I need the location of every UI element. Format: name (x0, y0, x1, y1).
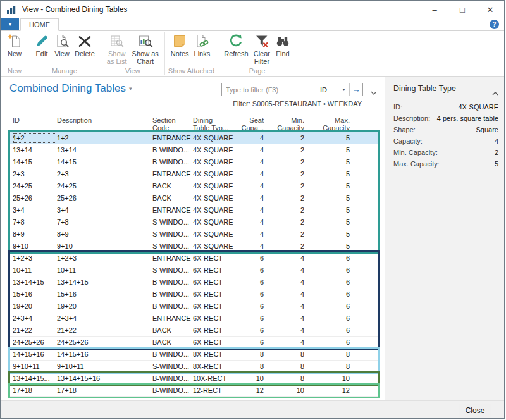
cell-seat[interactable]: 4 (237, 230, 264, 238)
cell-description[interactable]: 14+15 (57, 158, 152, 166)
cell-min[interactable]: 2 (264, 194, 304, 202)
table-row[interactable]: 24+2524+25BACK4X-SQUARE425 (8, 180, 380, 192)
cell-seat[interactable]: 6 (237, 278, 264, 286)
cell-type[interactable]: 4X-SQUARE (193, 206, 237, 214)
cell-type[interactable]: 10X-RECT (193, 374, 237, 382)
sort-ascending-icon[interactable]: ▲ (260, 118, 264, 125)
cell-min[interactable]: 2 (264, 242, 304, 250)
cell-seat[interactable]: 4 (237, 218, 264, 226)
cell-seat[interactable]: 6 (237, 254, 264, 262)
cell-seat[interactable]: 12 (237, 386, 264, 394)
cell-type[interactable]: 8X-RECT (193, 350, 237, 358)
cell-description[interactable]: 24+25 (57, 182, 152, 190)
cell-section[interactable]: S-WINDO... (152, 230, 193, 238)
cell-section[interactable]: S-WINDO... (152, 218, 193, 226)
cell-section[interactable]: ENTRANCE (152, 314, 193, 322)
filter-input[interactable] (222, 83, 316, 96)
help-icon[interactable]: ? (490, 20, 499, 29)
cell-seat[interactable]: 6 (237, 314, 264, 322)
cell-section[interactable]: BACK (152, 194, 193, 202)
cell-description[interactable]: 15+16 (57, 290, 152, 298)
show-as-chart-button[interactable]: Show as Chart (130, 32, 161, 66)
cell-min[interactable]: 2 (264, 206, 304, 214)
cell-seat[interactable]: 6 (237, 302, 264, 310)
cell-id[interactable]: 1+2 (13, 133, 57, 144)
cell-max[interactable]: 6 (304, 278, 350, 286)
cell-min[interactable]: 4 (264, 266, 304, 274)
table-row[interactable]: 9+10+119+10+11S-WINDO...8X-RECT888 (8, 361, 380, 373)
cell-section[interactable]: BACK (152, 326, 193, 334)
cell-description[interactable]: 1+2+3 (57, 254, 152, 262)
cell-min[interactable]: 4 (264, 314, 304, 322)
apply-filter-button[interactable]: → (349, 83, 362, 96)
column-header-max-capacity[interactable]: Max.Capacity (304, 116, 350, 132)
cell-type[interactable]: 4X-SQUARE (193, 230, 237, 238)
cell-seat[interactable]: 8 (237, 350, 264, 358)
cell-section[interactable]: B-WINDO... (152, 302, 193, 310)
cell-type[interactable]: 4X-SQUARE (193, 182, 237, 190)
cell-seat[interactable]: 6 (237, 338, 264, 346)
cell-min[interactable]: 4 (264, 338, 304, 346)
cell-max[interactable]: 6 (304, 290, 350, 298)
table-row[interactable]: 25+2625+26BACK4X-SQUARE425 (8, 192, 380, 204)
cell-description[interactable]: 8+9 (57, 230, 152, 238)
cell-description[interactable]: 10+11 (57, 266, 152, 274)
table-row[interactable]: 17+1817+18B-WINDO...12-RECT121012 (8, 385, 380, 397)
cell-section[interactable]: BACK (152, 182, 193, 190)
table-row[interactable]: 15+1615+16B-WINDO...6X-RECT646 (8, 288, 380, 300)
cell-section[interactable]: B-WINDO... (152, 290, 193, 298)
cell-max[interactable]: 5 (304, 206, 350, 214)
cell-seat[interactable]: 4 (237, 158, 264, 166)
table-row[interactable]: 13+14+1513+14+15B-WINDO...6X-RECT646 (8, 276, 380, 288)
cell-id[interactable]: 9+10+11 (13, 362, 57, 370)
cell-description[interactable]: 2+3+4 (57, 314, 152, 322)
cell-section[interactable]: S-WINDO... (152, 362, 193, 370)
cell-max[interactable]: 6 (304, 254, 350, 262)
cell-id[interactable]: 8+9 (13, 230, 57, 238)
filter-column-select[interactable]: ID ▼ (316, 83, 349, 96)
links-button[interactable]: Links (192, 32, 213, 59)
table-row[interactable]: 13+14+15...13+14+15+16B-WINDO...10X-RECT… (8, 373, 380, 385)
cell-max[interactable]: 5 (304, 194, 350, 202)
edit-button[interactable]: Edit (32, 32, 52, 59)
cell-max[interactable]: 8 (304, 362, 350, 370)
cell-type[interactable]: 6X-RECT (193, 290, 237, 298)
cell-max[interactable]: 6 (304, 302, 350, 310)
page-title-caret-icon[interactable]: ▾ (129, 85, 132, 92)
cell-seat[interactable]: 4 (237, 242, 264, 250)
cell-seat[interactable]: 8 (237, 362, 264, 370)
cell-max[interactable]: 6 (304, 338, 350, 346)
view-button[interactable]: View (52, 32, 72, 59)
maximize-button[interactable]: □ (448, 1, 476, 18)
cell-max[interactable]: 8 (304, 350, 350, 358)
refresh-button[interactable]: Refresh (221, 32, 251, 59)
cell-section[interactable]: B-WINDO... (152, 158, 193, 166)
cell-min[interactable]: 8 (264, 374, 304, 382)
cell-section[interactable]: ENTRANCE (152, 170, 193, 178)
cell-min[interactable]: 4 (264, 278, 304, 286)
cell-max[interactable]: 5 (304, 218, 350, 226)
cell-seat[interactable]: 6 (237, 326, 264, 334)
cell-section[interactable]: B-WINDO... (152, 350, 193, 358)
table-row[interactable]: 3+43+4ENTRANCE4X-SQUARE425 (8, 204, 380, 216)
cell-id[interactable]: 13+14 (13, 146, 57, 154)
table-row[interactable]: 7+87+8S-WINDO...4X-SQUARE425 (8, 216, 380, 228)
cell-type[interactable]: 6X-RECT (193, 254, 237, 262)
table-row[interactable]: 24+25+2624+25+26BACK6X-RECT646 (8, 337, 380, 349)
cell-type[interactable]: 6X-RECT (193, 338, 237, 346)
cell-seat[interactable]: 10 (237, 374, 264, 382)
cell-max[interactable]: 10 (304, 374, 350, 382)
cell-id[interactable]: 14+15 (13, 158, 57, 166)
cell-section[interactable]: B-WINDO... (152, 146, 193, 154)
cell-id[interactable]: 19+20 (13, 302, 57, 310)
cell-type[interactable]: 4X-SQUARE (193, 134, 237, 142)
cell-min[interactable]: 2 (264, 170, 304, 178)
cell-description[interactable]: 21+22 (57, 326, 152, 334)
column-header-id[interactable]: ID (13, 116, 57, 132)
cell-id[interactable]: 21+22 (13, 326, 57, 334)
new-button[interactable]: New (4, 32, 25, 59)
cell-type[interactable]: 4X-SQUARE (193, 158, 237, 166)
column-header-dining-table-typ[interactable]: DiningTable Typ... (193, 116, 237, 132)
table-row[interactable]: 2+3+42+3+4ENTRANCE6X-RECT646 (8, 312, 380, 324)
cell-seat[interactable]: 6 (237, 266, 264, 274)
